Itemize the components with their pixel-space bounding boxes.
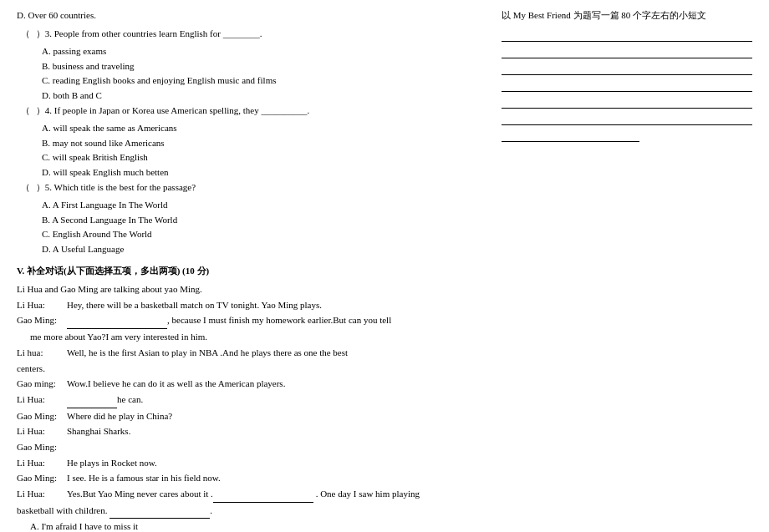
d2-text: , because I must finish my homework earl… (67, 312, 485, 329)
section-v-options: A. I'm afraid I have to miss it B. Of co… (17, 519, 485, 532)
d11-speaker: Li Hua: (17, 486, 67, 503)
q3c: C. reading English books and enjoying En… (42, 73, 485, 89)
writing-prompt: 以 My Best Friend 为题写一篇 80 个字左右的小短文 (502, 8, 752, 23)
writing-line-3 (502, 62, 752, 75)
d11-wrap: basketball with children. . (17, 503, 485, 519)
d8-text (67, 439, 485, 455)
q3b: B. business and traveling (42, 59, 485, 74)
q5-item: （ ）5. Which title is the best for the pa… (17, 180, 485, 195)
d9-text: He plays in Rocket now. (67, 455, 485, 471)
dialogue-intro-text: Li Hua and Gao Ming are talking about ya… (17, 281, 485, 297)
q4-options: A. will speak the same as Americans B. m… (17, 121, 485, 180)
dialogue-row-2: Gao Ming: , because I must finish my hom… (17, 312, 485, 329)
d8-speaker: Gao Ming: (17, 439, 67, 455)
writing-line-half (502, 129, 639, 142)
blank-3 (213, 486, 313, 503)
bracket-q4: （ (17, 104, 33, 119)
d7-text: Shanghai Sharks. (67, 423, 485, 439)
blank-4 (109, 503, 210, 519)
d5-text: he can. (67, 392, 485, 408)
dialogue-row-1: Li Hua: Hey, there will be a basketball … (17, 297, 485, 313)
d2-wrap: me more about Yao?I am very interested i… (17, 329, 485, 345)
blank-2 (67, 392, 117, 408)
d5-speaker: Li Hua: (17, 392, 67, 408)
q5c: C. English Around The World (42, 227, 485, 242)
writing-line-2 (502, 45, 752, 58)
dialogue-row-3: Li hua: Well, he is the first Asian to p… (17, 345, 485, 361)
dialogue-row-7: Li Hua: Shanghai Sharks. (17, 423, 485, 439)
d4-text: Wow.I believe he can do it as well as th… (67, 376, 485, 392)
left-column: D. Over 60 countries. （ ）3. People from … (17, 8, 485, 532)
q5-text: ）5. Which title is the best for the pass… (36, 182, 196, 192)
q3-options: A. passing exams B. business and traveli… (17, 44, 485, 103)
dialogue-row-8: Gao Ming: (17, 439, 485, 455)
d7-speaker: Li Hua: (17, 423, 67, 439)
q4d: D. will speak English much betten (42, 165, 485, 180)
q4a: A. will speak the same as Americans (42, 121, 485, 136)
q5b: B. A Second Language In The World (42, 213, 485, 228)
q3d: D. both B and C (42, 89, 485, 104)
q3-prefix-text: D. Over 60 countries. (17, 8, 485, 23)
writing-line-1 (502, 28, 752, 42)
writing-line-6 (502, 112, 752, 125)
q3-item: （ ）3. People from other countries learn … (17, 27, 485, 42)
bracket-q3: （ (17, 27, 33, 42)
section-v-header: V. 补全对话(从下面选择五项，多出两项) (10 分) (17, 264, 485, 279)
dialogue-intro: Li Hua and Gao Ming are talking about ya… (17, 281, 485, 532)
d2-speaker: Gao Ming: (17, 312, 67, 329)
blank-1 (67, 312, 167, 329)
writing-line-4 (502, 79, 752, 92)
d3-text: Well, he is the first Asian to play in N… (67, 345, 485, 361)
dialogue-row-5: Li Hua: he can. (17, 392, 485, 408)
writing-line-5 (502, 95, 752, 109)
q4-item: （ ）4. If people in Japan or Korea use Am… (17, 104, 485, 119)
q3a: A. passing exams (42, 44, 485, 59)
q4-text: ）4. If people in Japan or Korea use Amer… (36, 105, 309, 115)
d1-text: Hey, there will be a basketball match on… (67, 297, 485, 313)
q4b: B. may not sound like Americans (42, 136, 485, 151)
q4c: C. will speak British English (42, 150, 485, 165)
optA: A. I'm afraid I have to miss it (30, 519, 485, 532)
d4-speaker: Gao ming: (17, 376, 67, 392)
d6-text: Where did he play in China? (67, 408, 485, 424)
dialogue-row-6: Gao Ming: Where did he play in China? (17, 408, 485, 424)
d11-text: Yes.But Yao Ming never cares about it . … (67, 486, 485, 503)
q5d: D. A Useful Language (42, 242, 485, 257)
dialogue-row-9: Li Hua: He plays in Rocket now. (17, 455, 485, 471)
d6-speaker: Gao Ming: (17, 408, 67, 424)
q5a: A. A First Language In The World (42, 198, 485, 213)
dialogue-row-4: Gao ming: Wow.I believe he can do it as … (17, 376, 485, 392)
d3-wrap: centers. (17, 361, 485, 377)
dialogue-row-11: Li Hua: Yes.But Yao Ming never cares abo… (17, 486, 485, 503)
d10-text: I see. He is a famous star in his field … (67, 470, 485, 486)
bracket-q5: （ (17, 180, 33, 195)
d1-speaker: Li Hua: (17, 297, 67, 313)
right-column: 以 My Best Friend 为题写一篇 80 个字左右的小短文 (502, 8, 752, 532)
d3-speaker: Li hua: (17, 345, 67, 361)
d10-speaker: Gao Ming: (17, 470, 67, 486)
q5-options: A. A First Language In The World B. A Se… (17, 198, 485, 256)
dialogue-row-10: Gao Ming: I see. He is a famous star in … (17, 470, 485, 486)
q3-text: ）3. People from other countries learn En… (36, 28, 262, 38)
d9-speaker: Li Hua: (17, 455, 67, 471)
